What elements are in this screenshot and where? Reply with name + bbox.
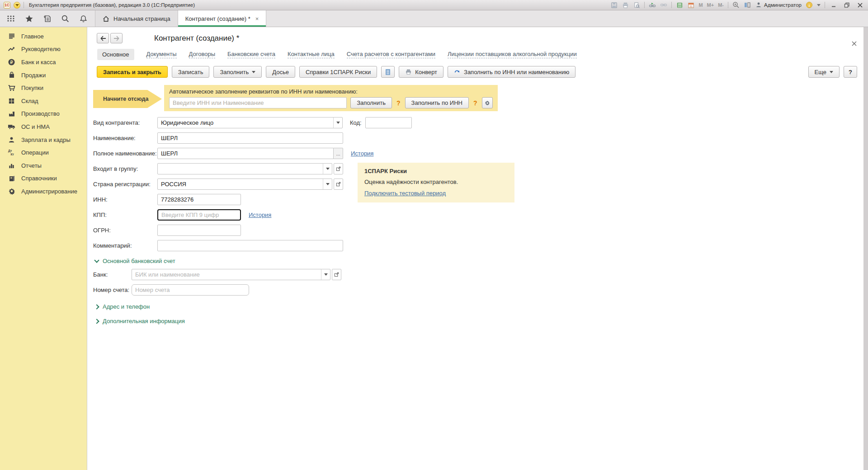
combo-caret-icon[interactable] — [333, 118, 342, 128]
inn-input[interactable] — [157, 194, 241, 205]
autofill-fill-by-inn-button[interactable]: Заполнить по ИНН — [405, 97, 469, 108]
notifications-bell-icon[interactable] — [79, 14, 88, 23]
combo-caret-icon[interactable] — [323, 179, 332, 189]
info-dropdown-caret[interactable] — [817, 4, 821, 6]
memory-minus-button[interactable]: M- — [718, 2, 724, 8]
info-icon[interactable]: i — [806, 1, 813, 9]
close-window-button[interactable] — [855, 1, 864, 9]
print-icon[interactable] — [622, 1, 629, 9]
restore-button[interactable] — [842, 1, 851, 9]
sidebar-item-spravochniki[interactable]: Справочники — [0, 172, 87, 185]
save-button[interactable]: Записать — [172, 66, 210, 78]
sidebar-item-label: Главное — [21, 33, 44, 40]
strana-input[interactable] — [158, 179, 323, 189]
go-to-link-icon[interactable] — [660, 1, 667, 9]
autofill-settings-button[interactable] — [482, 97, 493, 108]
bank-input[interactable] — [132, 269, 321, 280]
section-bank-account[interactable]: Основной банковский счет — [95, 258, 863, 264]
sidebar-item-otchety[interactable]: Отчеты — [0, 159, 87, 172]
system-menu-button[interactable] — [14, 2, 20, 9]
minimize-button[interactable] — [829, 1, 838, 9]
sidebar-item-rukovoditelyu[interactable]: Руководителю — [0, 43, 87, 56]
strana-open-button[interactable] — [334, 179, 343, 190]
gruppa-input[interactable] — [158, 164, 323, 174]
kpp-history-link[interactable]: История — [249, 212, 271, 218]
sidebar-item-glavnoe[interactable]: Главное — [0, 30, 87, 43]
form-close-icon[interactable] — [851, 41, 857, 47]
gruppa-combo[interactable] — [157, 163, 332, 174]
sidebar-item-bank-i-kassa[interactable]: ₽ Банк и касса — [0, 56, 87, 69]
ogrn-input[interactable] — [157, 225, 241, 236]
more-ellipsis-button[interactable]: ... — [334, 148, 343, 159]
gruppa-open-button[interactable] — [334, 163, 343, 174]
current-user[interactable]: Администратор — [755, 1, 802, 9]
calculator-icon[interactable] — [676, 1, 683, 9]
sidebar-item-zarplata-i-kadry[interactable]: Зарплата и кадры — [0, 133, 87, 146]
get-link-icon[interactable] — [649, 1, 656, 9]
save-icon[interactable] — [610, 1, 618, 9]
spark-reports-button[interactable]: Справки 1СПАРК Риски — [299, 66, 377, 78]
polnoe-naimenovanie-input[interactable] — [157, 148, 334, 159]
fullname-history-link[interactable]: История — [351, 150, 373, 157]
inn-or-name-input[interactable] — [169, 97, 347, 108]
nav-scheta-raschetov[interactable]: Счета расчетов с контрагентами — [347, 51, 435, 58]
spark-list-button[interactable] — [381, 66, 395, 78]
nav-osnovnoe[interactable]: Основное — [97, 49, 134, 60]
section-extra-info[interactable]: Дополнительная информация — [95, 318, 863, 324]
memory-button[interactable]: M — [698, 2, 703, 8]
split-window-icon[interactable] — [744, 1, 751, 9]
svg-text:₽: ₽ — [10, 60, 13, 65]
sidebar-item-operacii[interactable]: ДтКт Операции — [0, 146, 87, 159]
vid-kontragenta-combo[interactable] — [157, 117, 343, 128]
field-vid-kontragenta: Вид контрагента: Код: — [93, 117, 863, 128]
vid-kontragenta-input[interactable] — [158, 118, 333, 128]
naimenovanie-input[interactable] — [157, 132, 343, 144]
nav-dogovory[interactable]: Договоры — [189, 51, 215, 58]
tab-close-icon[interactable]: × — [255, 15, 259, 22]
envelope-button[interactable]: Конверт — [399, 66, 443, 78]
sidebar-item-os-i-nma[interactable]: ОС и НМА — [0, 120, 87, 133]
nav-kontaktnye-lica[interactable]: Контактные лица — [288, 51, 335, 58]
nav-licenzii[interactable]: Лицензии поставщиков алкогольной продукц… — [448, 51, 577, 58]
autofill-fill-button[interactable]: Заполнить — [350, 97, 392, 108]
combo-caret-icon[interactable] — [323, 164, 332, 174]
strana-combo[interactable] — [157, 179, 332, 190]
search-icon[interactable] — [61, 14, 70, 23]
tab-kontragent[interactable]: Контрагент (создание) * × — [178, 10, 267, 27]
fill-menu-button[interactable]: Заполнить — [213, 66, 262, 78]
kpp-input[interactable] — [157, 209, 241, 221]
print-preview-icon[interactable] — [633, 1, 640, 9]
sidebar-item-label: Справочники — [21, 175, 57, 182]
code-input[interactable] — [365, 117, 412, 128]
calendar-icon[interactable]: 31 — [687, 1, 694, 9]
history-icon[interactable] — [42, 14, 52, 23]
fill-by-inn-button[interactable]: Заполнить по ИНН или наименованию — [448, 66, 576, 78]
bank-combo[interactable] — [132, 269, 330, 280]
comment-input[interactable] — [157, 240, 343, 251]
section-address-phone[interactable]: Адрес и телефон — [95, 303, 863, 310]
save-and-close-button[interactable]: Записать и закрыть — [97, 66, 168, 78]
more-button[interactable]: Еще — [808, 66, 840, 78]
back-button[interactable] — [97, 33, 109, 43]
account-number-input[interactable] — [132, 284, 249, 296]
autofill-help-icon[interactable]: ? — [396, 99, 401, 107]
favorites-star-icon[interactable] — [24, 14, 33, 23]
nav-bankovskie-scheta[interactable]: Банковские счета — [227, 51, 275, 58]
sidebar-item-pokupki[interactable]: Покупки — [0, 81, 87, 94]
dossier-button[interactable]: Досье — [266, 66, 295, 78]
nav-dokumenty[interactable]: Документы — [146, 51, 177, 58]
combo-caret-icon[interactable] — [321, 269, 330, 280]
service-menu-icon[interactable] — [6, 14, 15, 23]
spark-trial-link[interactable]: Подключить тестовый период — [364, 190, 446, 197]
forward-button[interactable] — [110, 33, 123, 43]
sidebar-item-sklad[interactable]: Склад — [0, 94, 87, 108]
help-button[interactable]: ? — [844, 66, 857, 78]
sidebar-item-proizvodstvo[interactable]: Производство — [0, 108, 87, 121]
sidebar-item-administrirovanie[interactable]: Администрирование — [0, 185, 87, 198]
autofill-help2-icon[interactable]: ? — [472, 99, 478, 107]
sidebar-item-prodazhi[interactable]: Продажи — [0, 69, 87, 82]
bank-open-button[interactable] — [332, 269, 341, 280]
memory-plus-button[interactable]: M+ — [707, 2, 714, 8]
tab-home[interactable]: Начальная страница — [95, 10, 178, 27]
zoom-in-icon[interactable] — [732, 1, 740, 9]
